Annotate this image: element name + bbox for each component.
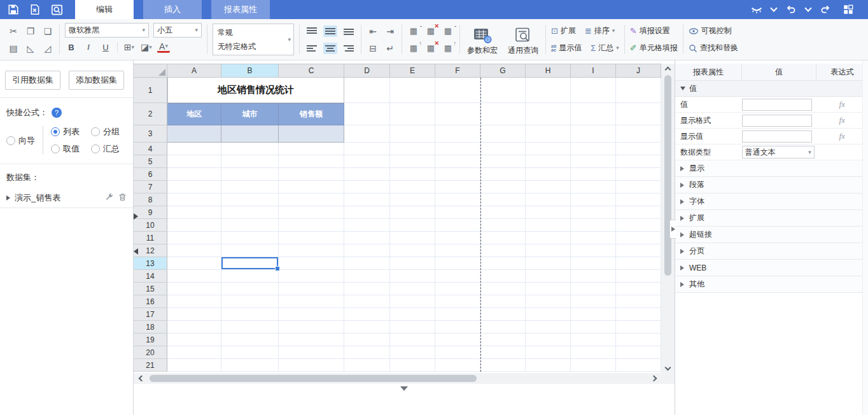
redo-icon[interactable]: [817, 2, 834, 17]
column-header-I[interactable]: I: [571, 64, 616, 78]
cell-B3[interactable]: [221, 125, 279, 143]
cell-B9[interactable]: [221, 206, 279, 219]
params-macro-button[interactable]: @ 参数和宏: [465, 27, 500, 57]
cell-D5[interactable]: [344, 155, 390, 168]
italic-button[interactable]: I: [82, 41, 95, 54]
row-header-20[interactable]: 20: [134, 346, 167, 359]
radio-汇总[interactable]: 汇总: [91, 143, 120, 155]
chevron-down-icon[interactable]: [804, 4, 811, 11]
align-top-button[interactable]: [305, 25, 319, 37]
tab-report-properties[interactable]: 报表属性: [211, 0, 270, 19]
cell-I20[interactable]: [571, 346, 616, 359]
delete-trash-icon[interactable]: [118, 193, 127, 203]
tab-edit[interactable]: 编辑: [75, 0, 134, 19]
cell-E13[interactable]: [390, 257, 435, 270]
insert-column-button[interactable]: ▦↑: [407, 42, 420, 55]
cell-F21[interactable]: [435, 359, 480, 372]
cell-E12[interactable]: [390, 244, 435, 257]
cell-D13[interactable]: [344, 257, 390, 270]
cell-D17[interactable]: [344, 308, 390, 321]
horizontal-scrollbar[interactable]: [134, 373, 661, 384]
cell-A17[interactable]: [167, 308, 221, 321]
row-header-9[interactable]: 9: [134, 206, 167, 219]
cell-C10[interactable]: [279, 219, 344, 232]
cell-F13[interactable]: [435, 257, 480, 270]
horizontal-scroll-thumb[interactable]: [150, 375, 477, 382]
property-input-显示值[interactable]: [742, 130, 812, 143]
cell-E8[interactable]: [390, 193, 435, 206]
row-header-10[interactable]: 10: [134, 219, 167, 232]
cell-I1[interactable]: [571, 78, 616, 103]
cell-F11[interactable]: [435, 232, 480, 244]
cell-H19[interactable]: [526, 334, 571, 346]
cell-B16[interactable]: [221, 295, 279, 308]
cell-C16[interactable]: [279, 295, 344, 308]
cell-H12[interactable]: [526, 244, 571, 257]
cell-G3[interactable]: [480, 125, 526, 143]
select-all-corner[interactable]: [134, 64, 167, 78]
row-header-11[interactable]: 11: [134, 232, 167, 244]
cell-E21[interactable]: [390, 359, 435, 372]
section-扩展[interactable]: 扩展: [675, 210, 868, 227]
section-显示[interactable]: 显示: [675, 160, 868, 177]
column-header-H[interactable]: H: [526, 64, 571, 78]
paste-icon[interactable]: ❏: [41, 24, 54, 38]
cell-H4[interactable]: [526, 143, 571, 155]
copy-icon[interactable]: ❐: [24, 24, 37, 38]
cell-H21[interactable]: [526, 359, 571, 372]
section-段落[interactable]: 段落: [675, 177, 868, 193]
cell-C21[interactable]: [279, 359, 344, 372]
cell-G18[interactable]: [480, 321, 526, 334]
cell-E19[interactable]: [390, 334, 435, 346]
cell-C11[interactable]: [279, 232, 344, 244]
cell-E15[interactable]: [390, 283, 435, 295]
cell-H18[interactable]: [526, 321, 571, 334]
cell-C3[interactable]: [279, 125, 344, 143]
cell-C7[interactable]: [279, 181, 344, 193]
column-header-G[interactable]: G: [480, 64, 526, 78]
cell-G17[interactable]: [480, 308, 526, 321]
cell-F7[interactable]: [435, 181, 480, 193]
cell-D6[interactable]: [344, 168, 390, 181]
fill-color-button[interactable]: ◪▾: [140, 41, 153, 54]
cell-I11[interactable]: [571, 232, 616, 244]
cell-A10[interactable]: [167, 219, 221, 232]
column-header-A[interactable]: A: [167, 64, 221, 78]
row-header-1[interactable]: 1: [134, 78, 167, 103]
freeze-handle-left-icon[interactable]: [134, 248, 138, 255]
find-replace-button[interactable]: 查找和替换: [689, 41, 738, 55]
cell-I17[interactable]: [571, 308, 616, 321]
cell-D3[interactable]: [344, 125, 390, 143]
cell-C12[interactable]: [279, 244, 344, 257]
cell-I7[interactable]: [571, 181, 616, 193]
radio-取值[interactable]: 取值: [51, 143, 80, 155]
cell-B13[interactable]: [221, 257, 279, 270]
cell-G19[interactable]: [480, 334, 526, 346]
cell-F18[interactable]: [435, 321, 480, 334]
cell-E20[interactable]: [390, 346, 435, 359]
fx-formula-icon[interactable]: fx: [839, 99, 844, 109]
cell-B12[interactable]: [221, 244, 279, 257]
cell-D1[interactable]: [344, 78, 390, 103]
indent-increase-icon[interactable]: ⇥: [384, 24, 396, 38]
row-header-3[interactable]: 3: [134, 125, 167, 143]
wrap-text-icon[interactable]: ↵: [384, 41, 396, 55]
cell-C4[interactable]: [279, 143, 344, 155]
cell-C13[interactable]: [279, 257, 344, 270]
help-icon[interactable]: ?: [52, 108, 62, 118]
cell-B4[interactable]: [221, 143, 279, 155]
cell-F3[interactable]: [435, 125, 480, 143]
cell-I2[interactable]: [571, 103, 616, 125]
cell-report-title[interactable]: 地区销售情况统计: [167, 78, 344, 103]
expand-triangle-icon[interactable]: [6, 195, 10, 200]
cell-I8[interactable]: [571, 193, 616, 206]
panel-collapse-handle[interactable]: [669, 220, 676, 239]
clear-format-icon[interactable]: ◿: [41, 41, 54, 55]
cell-A21[interactable]: [167, 359, 221, 372]
cell-H20[interactable]: [526, 346, 571, 359]
export-icon[interactable]: [27, 2, 43, 17]
cell-J7[interactable]: [616, 181, 661, 193]
cell-D20[interactable]: [344, 346, 390, 359]
cell-G15[interactable]: [480, 283, 526, 295]
cut-icon[interactable]: ✂: [7, 24, 20, 38]
